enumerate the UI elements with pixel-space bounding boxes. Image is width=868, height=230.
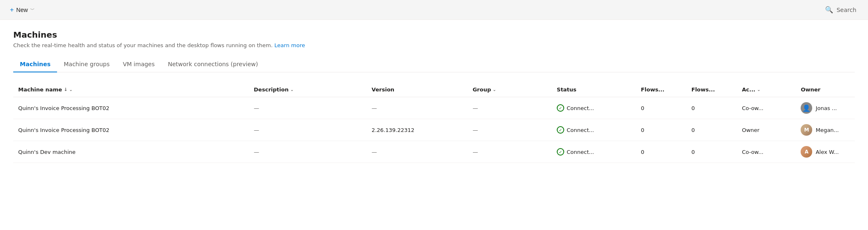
cell-status: ✓ Connect... (552, 97, 636, 119)
chevron-down-icon: ⌄ (290, 87, 293, 92)
col-status: Status (552, 82, 636, 97)
cell-machine-name: Quinn's Invoice Processing BOT02 (13, 119, 249, 141)
cell-group: — (467, 97, 552, 119)
cell-machine-name: Quinn's Dev machine (13, 141, 249, 163)
tab-machine-groups[interactable]: Machine groups (57, 57, 116, 72)
cell-flows-queued: 0 (687, 141, 737, 163)
col-group[interactable]: Group ⌄ (467, 82, 552, 97)
cell-owner: 👤 Jonas ... (796, 97, 855, 119)
col-flows-queued: Flows... (687, 82, 737, 97)
status-text: Connect... (567, 105, 594, 111)
topbar-left: + New ﹀ (7, 4, 38, 16)
table-row[interactable]: Quinn's Dev machine — — — ✓ Connect... 0… (13, 141, 855, 163)
cell-status: ✓ Connect... (552, 141, 636, 163)
tab-vm-images[interactable]: VM images (116, 57, 161, 72)
page-description: Check the real-time health and status of… (13, 42, 855, 48)
page-title: Machines (13, 30, 855, 40)
cell-flows-queued: 0 (687, 119, 737, 141)
cell-access: Owner (737, 119, 796, 141)
cell-description: — (249, 141, 367, 163)
owner-name: Megan... (816, 127, 839, 133)
tab-network-connections[interactable]: Network connections (preview) (161, 57, 265, 72)
table-header-row: Machine name ↓ ⌄ Description ⌄ Ver (13, 82, 855, 97)
owner-name: Jonas ... (816, 105, 837, 111)
avatar: 👤 (801, 102, 812, 114)
cell-access: Co-ow... (737, 97, 796, 119)
cell-version: — (367, 141, 467, 163)
cell-group: — (467, 119, 552, 141)
avatar: A (801, 146, 812, 158)
cell-version: — (367, 97, 467, 119)
cell-flows-queued: 0 (687, 97, 737, 119)
chevron-down-icon: ⌄ (69, 87, 72, 92)
table-row[interactable]: Quinn's Invoice Processing BOT02 — — — ✓… (13, 97, 855, 119)
description-text: Check the real-time health and status of… (13, 42, 273, 48)
cell-flows-running: 0 (636, 141, 687, 163)
cell-version: 2.26.139.22312 (367, 119, 467, 141)
status-text: Connect... (567, 149, 594, 155)
cell-access: Co-ow... (737, 141, 796, 163)
cell-owner: A Alex W... (796, 141, 855, 163)
main-content: Machines Check the real-time health and … (0, 20, 868, 230)
col-owner: Owner (796, 82, 855, 97)
owner-name: Alex W... (816, 149, 839, 155)
cell-owner: M Megan... (796, 119, 855, 141)
new-button-label: New (16, 7, 28, 13)
tab-machines[interactable]: Machines (13, 57, 57, 72)
sort-icon: ↓ (64, 87, 67, 92)
chevron-down-icon: ⌄ (493, 87, 496, 92)
avatar: M (801, 124, 812, 136)
topbar: + New ﹀ 🔍 Search (0, 0, 868, 20)
cell-group: — (467, 141, 552, 163)
status-connected-icon: ✓ (557, 126, 564, 134)
cell-description: — (249, 97, 367, 119)
tabs: Machines Machine groups VM images Networ… (13, 57, 855, 72)
cell-description: — (249, 119, 367, 141)
search-label: Search (837, 7, 856, 13)
cell-status: ✓ Connect... (552, 119, 636, 141)
col-access[interactable]: Ac... ⌄ (737, 82, 796, 97)
machines-table: Machine name ↓ ⌄ Description ⌄ Ver (13, 82, 855, 163)
status-connected-icon: ✓ (557, 104, 564, 112)
cell-flows-running: 0 (636, 119, 687, 141)
plus-icon: + (10, 6, 14, 14)
cell-machine-name: Quinn's Invoice Processing BOT02 (13, 97, 249, 119)
learn-more-link[interactable]: Learn more (274, 42, 305, 48)
search-area[interactable]: 🔍 Search (820, 3, 861, 16)
col-description[interactable]: Description ⌄ (249, 82, 367, 97)
table-row[interactable]: Quinn's Invoice Processing BOT02 — 2.26.… (13, 119, 855, 141)
search-icon: 🔍 (825, 6, 833, 14)
col-version: Version (367, 82, 467, 97)
chevron-down-icon: ﹀ (30, 7, 35, 13)
status-connected-icon: ✓ (557, 148, 564, 156)
status-text: Connect... (567, 127, 594, 133)
new-button[interactable]: + New ﹀ (7, 4, 38, 16)
cell-flows-running: 0 (636, 97, 687, 119)
col-flows-running: Flows... (636, 82, 687, 97)
chevron-down-icon: ⌄ (757, 87, 761, 92)
person-icon: 👤 (802, 104, 811, 112)
col-machine-name[interactable]: Machine name ↓ ⌄ (13, 82, 249, 97)
